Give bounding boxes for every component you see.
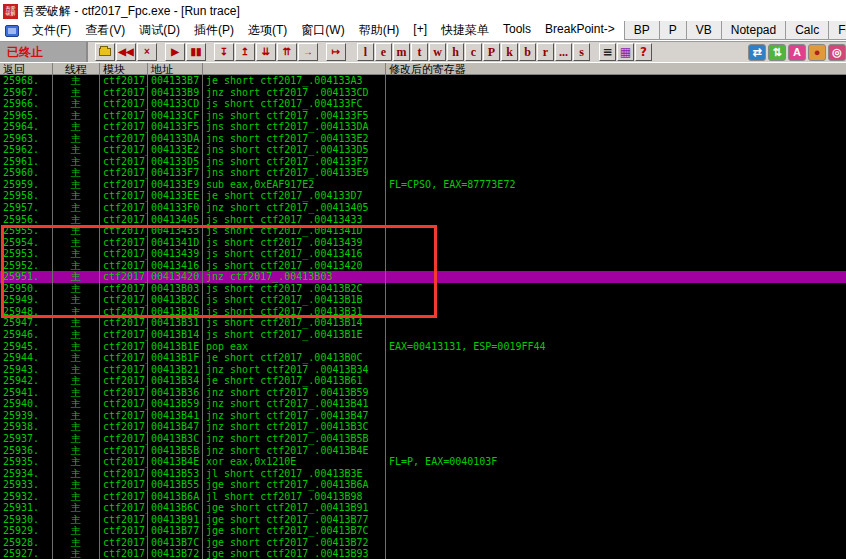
animate-into-button[interactable]: ⇊ (256, 43, 276, 61)
trace-row[interactable]: 25930.主ctf2017_00413B91jge short ctf2017… (0, 514, 846, 526)
trace-row[interactable]: 25928.主ctf2017_00413B7Cjge short ctf2017… (0, 537, 846, 549)
cell-address: 00413B1E (148, 341, 203, 353)
trace-row[interactable]: 25945.主ctf2017_00413B1Epop eaxEAX=004131… (0, 341, 846, 353)
menu-item[interactable]: 帮助(H) (352, 20, 407, 41)
cell-instruction: js short ctf2017_.00413B1B (203, 294, 386, 306)
trace-grid[interactable]: 25968.主ctf2017_004133B7je short ctf2017_… (0, 75, 846, 559)
trace-row[interactable]: 25939.主ctf2017_00413B41jnz short ctf2017… (0, 410, 846, 422)
window-button-P[interactable]: P (483, 43, 500, 61)
trace-row[interactable]: 25955.主ctf2017_00413433js short ctf2017_… (0, 225, 846, 237)
menu-item[interactable]: BreakPoint-> (538, 20, 622, 41)
window-button-run-trace[interactable]: ... (555, 43, 572, 61)
window-button-w[interactable]: w (429, 43, 446, 61)
window-button-t[interactable]: t (411, 43, 428, 61)
trace-row[interactable]: 25927.主ctf2017_00413B72jge short ctf2017… (0, 548, 846, 559)
quick-button-notepad[interactable]: Notepad (721, 21, 785, 40)
trace-row[interactable]: 25957.主ctf2017_004133F0jnz short ctf2017… (0, 202, 846, 214)
trace-row[interactable]: 25956.主ctf2017_00413405js short ctf2017_… (0, 214, 846, 226)
trace-row[interactable]: 25946.主ctf2017_00413B14js short ctf2017_… (0, 329, 846, 341)
target-button[interactable]: ◎ (828, 44, 846, 61)
trace-row[interactable]: 25943.主ctf2017_00413B21jnz short ctf2017… (0, 364, 846, 376)
menu-item[interactable]: 快捷菜单 (434, 20, 496, 41)
quick-button-folder[interactable]: Folder (828, 21, 846, 40)
trace-row[interactable]: 25936.主ctf2017_00413B5Bjnz short ctf2017… (0, 445, 846, 457)
menu-item[interactable]: 文件(F) (25, 20, 78, 41)
pause-button[interactable]: ▮▮ (186, 43, 206, 61)
menu-item[interactable]: 窗口(W) (294, 20, 351, 41)
window-button-c[interactable]: c (465, 43, 482, 61)
step-over-button[interactable]: ↥ (235, 43, 255, 61)
window-button-r[interactable]: r (537, 43, 554, 61)
trace-row[interactable]: 25962.主ctf2017_004133E2jns short ctf2017… (0, 144, 846, 156)
trace-row[interactable]: 25960.主ctf2017_004133F7jns short ctf2017… (0, 167, 846, 179)
trace-row[interactable]: 25967.主ctf2017_004133B9jnz short ctf2017… (0, 87, 846, 99)
quick-button-p[interactable]: P (659, 21, 686, 40)
cell-return-number: 25958. (0, 190, 53, 202)
record-button[interactable]: ● (808, 44, 826, 61)
trace-row[interactable]: 25933.主ctf2017_00413B55jge short ctf2017… (0, 479, 846, 491)
trace-row[interactable]: 25966.主ctf2017_004133CDjs short ctf2017_… (0, 98, 846, 110)
quick-button-bp[interactable]: BP (624, 21, 659, 40)
trace-row[interactable]: 25940.主ctf2017_00413B59jnz short ctf2017… (0, 398, 846, 410)
trace-row[interactable]: 25929.主ctf2017_00413B77jge short ctf2017… (0, 525, 846, 537)
trace-row[interactable]: 25964.主ctf2017_004133F5jns short ctf2017… (0, 121, 846, 133)
trace-row[interactable]: 25951.主ctf2017_00413420jnz ctf2017_.0041… (0, 271, 846, 283)
run-button[interactable]: ▶ (165, 43, 185, 61)
goto-eip-button[interactable]: ↦ (326, 43, 346, 61)
cell-return-number: 25928. (0, 537, 53, 549)
trace-row[interactable]: 25947.主ctf2017_00413B31js short ctf2017_… (0, 317, 846, 329)
menu-item[interactable]: 选项(T) (241, 20, 294, 41)
trace-row[interactable]: 25948.主ctf2017_00413B1Bjs short ctf2017_… (0, 306, 846, 318)
trace-row[interactable]: 25958.主ctf2017_004133EEje short ctf2017_… (0, 190, 846, 202)
close-button[interactable]: × (137, 43, 157, 61)
updown-button[interactable]: ⇅ (768, 44, 786, 61)
trace-row[interactable]: 25934.主ctf2017_00413B53jl short ctf2017_… (0, 468, 846, 480)
menu-item[interactable]: 查看(V) (78, 20, 132, 41)
trace-row[interactable]: 25932.主ctf2017_00413B6Ajl short ctf2017_… (0, 491, 846, 503)
execute-till-return-button[interactable]: → (298, 43, 318, 61)
cell-thread: 主 (53, 110, 100, 122)
cell-thread: 主 (53, 179, 100, 191)
window-button-h[interactable]: h (447, 43, 464, 61)
animate-over-button[interactable]: ⇈ (277, 43, 297, 61)
restart-button[interactable]: ◀◀ (116, 43, 136, 61)
menu-item[interactable]: 调试(D) (132, 20, 187, 41)
trace-row[interactable]: 25963.主ctf2017_004133DAjns short ctf2017… (0, 133, 846, 145)
trace-row[interactable]: 25968.主ctf2017_004133B7je short ctf2017_… (0, 75, 846, 87)
trace-row[interactable]: 25935.主ctf2017_00413B4Exor eax,0x1210EFL… (0, 456, 846, 468)
menu-item[interactable]: [+] (406, 20, 434, 41)
help-button[interactable]: ? (635, 43, 652, 61)
step-into-button[interactable]: ↧ (214, 43, 234, 61)
trace-row[interactable]: 25949.主ctf2017_00413B2Cjs short ctf2017_… (0, 294, 846, 306)
window-button-m[interactable]: m (393, 43, 410, 61)
trace-row[interactable]: 25944.主ctf2017_00413B1Fje short ctf2017_… (0, 352, 846, 364)
trace-row[interactable]: 25961.主ctf2017_004133D5jns short ctf2017… (0, 156, 846, 168)
trace-row[interactable]: 25953.主ctf2017_00413439js short ctf2017_… (0, 248, 846, 260)
system-menu-icon[interactable] (5, 25, 19, 37)
swap-button[interactable]: ⇄ (748, 44, 766, 61)
trace-row[interactable]: 25950.主ctf2017_00413B03js short ctf2017_… (0, 283, 846, 295)
quick-button-calc[interactable]: Calc (785, 21, 828, 40)
trace-row[interactable]: 25938.主ctf2017_00413B47jnz short ctf2017… (0, 421, 846, 433)
menu-item[interactable]: 插件(P) (187, 20, 241, 41)
trace-row[interactable]: 25937.主ctf2017_00413B3Cjnz short ctf2017… (0, 433, 846, 445)
open-file-button[interactable] (95, 43, 115, 61)
trace-row[interactable]: 25931.主ctf2017_00413B6Cjge short ctf2017… (0, 502, 846, 514)
trace-row[interactable]: 25942.主ctf2017_00413B34je short ctf2017_… (0, 375, 846, 387)
window-button-l[interactable]: l (357, 43, 374, 61)
trace-row[interactable]: 25941.主ctf2017_00413B36jnz short ctf2017… (0, 387, 846, 399)
window-button-e[interactable]: e (375, 43, 392, 61)
quick-button-vb[interactable]: VB (686, 21, 721, 40)
appearance-button[interactable]: ▦ (617, 43, 634, 61)
assembler-button[interactable]: A (788, 44, 806, 61)
trace-row[interactable]: 25954.主ctf2017_0041341Djs short ctf2017_… (0, 237, 846, 249)
window-button-s[interactable]: s (573, 43, 590, 61)
list-windows-button[interactable]: ≡ (599, 43, 616, 61)
trace-row[interactable]: 25959.主ctf2017_004133E9sub eax,0xEAF917E… (0, 179, 846, 191)
cell-thread: 主 (53, 421, 100, 433)
menu-item[interactable]: Tools (496, 20, 538, 41)
trace-row[interactable]: 25952.主ctf2017_00413416js short ctf2017_… (0, 260, 846, 272)
window-button-b[interactable]: b (519, 43, 536, 61)
window-button-k[interactable]: k (501, 43, 518, 61)
trace-row[interactable]: 25965.主ctf2017_004133CFjns short ctf2017… (0, 110, 846, 122)
